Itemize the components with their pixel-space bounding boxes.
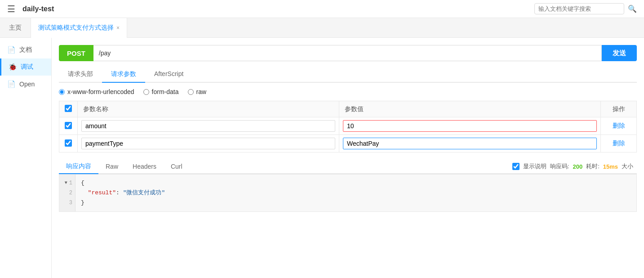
code-line-2: "result": "微信支付成功" [81, 188, 165, 198]
sidebar-label-open: Open [19, 81, 35, 88]
show-desc-checkbox[interactable] [512, 163, 520, 170]
row1-name-input[interactable] [81, 120, 335, 132]
tab-response-curl[interactable]: Curl [164, 160, 190, 173]
radio-raw[interactable]: raw [188, 88, 207, 95]
row1-delete-button[interactable]: 删除 [613, 122, 625, 130]
show-desc-label: 显示说明 [523, 162, 546, 170]
tab-response-headers[interactable]: Headers [125, 160, 164, 173]
open-icon: 📄 [7, 80, 16, 88]
table-row: 删除 [59, 117, 637, 135]
line-num-2: 2 [62, 188, 72, 198]
response-tabs: 响应内容 Raw Headers Curl 显示说明 响应码: 200 耗时: … [59, 160, 637, 174]
tab-home[interactable]: 主页 [0, 18, 31, 38]
row2-name-cell [78, 135, 339, 152]
tab-response-content[interactable]: 响应内容 [59, 160, 98, 173]
debug-icon: 🐞 [9, 63, 17, 71]
response-meta: 显示说明 响应码: 200 耗时: 15ms 大小 [512, 162, 637, 170]
request-tabs: 请求头部 请求参数 AfterScript [59, 67, 637, 83]
table-row: 删除 [59, 135, 637, 152]
row2-checkbox[interactable] [65, 139, 72, 147]
select-all-checkbox[interactable] [65, 105, 72, 112]
size-label: 大小 [622, 162, 633, 170]
tab-response-raw[interactable]: Raw [98, 160, 125, 173]
top-bar: ☰ daily-test 🔍 [0, 0, 644, 18]
method-button[interactable]: POST [59, 45, 93, 61]
top-bar-right: 🔍 [534, 3, 637, 14]
col-header-op: 操作 [601, 101, 637, 117]
search-icon[interactable]: 🔍 [628, 4, 637, 13]
url-input[interactable] [93, 45, 602, 61]
search-input[interactable] [534, 3, 624, 14]
time-label: 耗时: [586, 162, 600, 170]
sidebar-label-doc: 文档 [19, 46, 32, 54]
row1-checkbox[interactable] [65, 122, 72, 129]
content-type-group: x-www-form-urlencoded form-data raw [59, 88, 637, 95]
row1-value-cell [339, 117, 601, 135]
send-button[interactable]: 发送 [602, 45, 637, 61]
time-value: 15ms [603, 163, 618, 170]
code-area: ▼1 2 3 { "result": "微信支付成功" } [59, 174, 637, 212]
tab-close-icon[interactable]: × [116, 25, 120, 31]
row1-value-input[interactable] [343, 120, 597, 132]
row2-name-input[interactable] [81, 138, 335, 149]
tab-afterscript[interactable]: AfterScript [145, 67, 192, 82]
tab-request-params[interactable]: 请求参数 [102, 67, 145, 82]
sidebar: 📄 文档 🐞 调试 📄 Open [0, 38, 52, 278]
tab-active[interactable]: 测试策略模式支付方式选择 × [31, 18, 127, 38]
radio-urlencoded[interactable]: x-www-form-urlencoded [59, 88, 134, 95]
col-header-check [59, 101, 78, 117]
row1-check-cell [59, 117, 78, 135]
col-header-name: 参数名称 [78, 101, 339, 117]
row2-check-cell [59, 135, 78, 152]
line-num-1: ▼1 [62, 178, 72, 188]
status-label: 响应码: [550, 162, 569, 170]
doc-icon: 📄 [7, 46, 16, 54]
sidebar-item-open[interactable]: 📄 Open [0, 76, 51, 93]
row1-op-cell: 删除 [601, 117, 637, 135]
tab-request-headers[interactable]: 请求头部 [59, 67, 102, 82]
sidebar-label-debug: 调试 [21, 63, 33, 71]
row2-value-input[interactable] [343, 138, 597, 149]
request-bar: POST 发送 [59, 45, 637, 61]
app-title: daily-test [22, 5, 54, 13]
params-table: 参数名称 参数值 操作 删除 [59, 101, 637, 152]
row2-op-cell: 删除 [601, 135, 637, 152]
sidebar-item-debug[interactable]: 🐞 调试 [0, 58, 51, 76]
sidebar-item-doc[interactable]: 📄 文档 [0, 41, 51, 58]
line-numbers: ▼1 2 3 [59, 175, 76, 211]
row2-delete-button[interactable]: 删除 [613, 139, 625, 148]
content-area: POST 发送 请求头部 请求参数 AfterScript x-www-form… [52, 38, 644, 278]
status-value: 200 [573, 163, 582, 170]
code-line-3: } [81, 198, 165, 208]
line-num-3: 3 [62, 198, 72, 208]
code-content: { "result": "微信支付成功" } [76, 175, 170, 211]
top-bar-left: ☰ daily-test [7, 4, 54, 14]
hamburger-icon[interactable]: ☰ [7, 4, 15, 14]
main-layout: 📄 文档 🐞 调试 📄 Open POST 发送 请求头部 请求参数 [0, 38, 644, 278]
radio-formdata[interactable]: form-data [143, 88, 179, 95]
code-line-1: { [81, 178, 165, 188]
tab-bar: 主页 测试策略模式支付方式选择 × [0, 18, 644, 38]
col-header-value: 参数值 [339, 101, 601, 117]
row2-value-cell [339, 135, 601, 152]
row1-name-cell [78, 117, 339, 135]
